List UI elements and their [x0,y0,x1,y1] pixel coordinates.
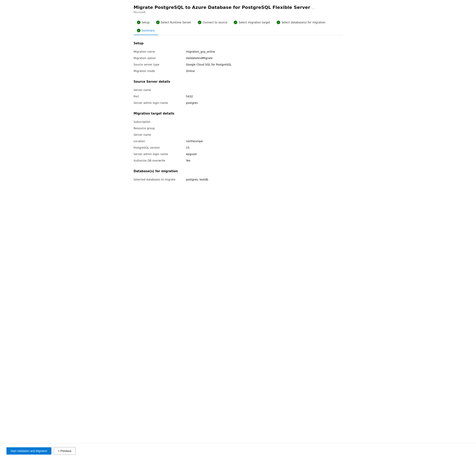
label-migration-option: Migration option [134,56,186,60]
value-migration-mode: Online [186,69,195,73]
content-area: Setup Migration name migration_gcp_onlin… [134,42,342,205]
value-authorize-overwrite: Yes [186,159,190,162]
target-heading: Migration target details [134,112,342,115]
value-selected-databases: postgres, testdb [186,178,208,181]
source-heading: Source Server details [134,80,342,84]
label-port: Port [134,95,186,98]
field-migration-name: Migration name migration_gcp_online [134,48,342,55]
label-source-admin-login: Server admin login name [134,101,186,104]
value-port: 5432 [186,95,193,98]
source-section: Source Server details Server name Port 5… [134,80,342,106]
label-source-server-type: Source server type [134,63,186,66]
page-subtitle: Microsoft [134,11,342,14]
wizard-step-databases-label: Select database(s) for migration [281,21,325,24]
value-source-server-type: Google Cloud SQL for PostgreSQL [186,63,232,66]
label-target-server-name: Server name [134,133,186,136]
check-icon-runtime [156,21,160,24]
value-migration-name: migration_gcp_online [186,50,215,53]
value-pg-version: 15 [186,146,189,149]
field-migration-option: Migration option ValidateAndMigrate [134,55,342,61]
label-location: Location [134,139,186,143]
field-selected-databases: Selected databases to migrate postgres, … [134,176,342,183]
wizard-step-summary[interactable]: Summary [134,27,158,35]
wizard-step-source[interactable]: Connect to source [195,18,231,27]
value-migration-option: ValidateAndMigrate [186,56,213,60]
label-authorize-overwrite: Authorize DB overwrite [134,159,186,162]
wizard-step-setup[interactable]: Setup [134,18,153,27]
check-icon-summary [137,29,141,32]
value-target-admin-login: epguser [186,153,197,156]
check-icon-setup [137,21,141,24]
label-migration-mode: Migration mode [134,69,186,73]
wizard-step-runtime[interactable]: Select Runtime Server [153,18,195,27]
label-selected-databases: Selected databases to migrate [134,178,186,181]
check-icon-target [234,21,237,24]
page-title: Migrate PostgreSQL to Azure Database for… [134,5,310,10]
field-resource-group: Resource group [134,125,342,131]
wizard-step-target[interactable]: Select migration target [230,18,273,27]
label-subscription: Subscription [134,120,186,123]
value-source-admin-login: postgres [186,101,198,104]
check-icon-databases [277,21,280,24]
field-source-server-name: Server name [134,87,342,93]
wizard-step-runtime-label: Select Runtime Server [161,21,191,24]
databases-heading: Database(s) for migration [134,169,342,173]
check-icon-source [198,21,201,24]
label-resource-group: Resource group [134,127,186,130]
target-section: Migration target details Subscription Re… [134,112,342,164]
field-port: Port 5432 [134,93,342,100]
wizard-step-target-label: Select migration target [238,21,270,24]
start-validation-button[interactable]: Start Validation and Migration [7,447,51,455]
wizard-step-summary-label: Summary [142,29,155,32]
more-options-icon[interactable]: ... [312,6,315,10]
field-source-admin-login: Server admin login name postgres [134,100,342,106]
label-pg-version: PostgreSQL version [134,146,186,149]
previous-button[interactable]: < Previous [54,447,76,455]
field-target-server-name: Server name [134,131,342,138]
databases-section: Database(s) for migration Selected datab… [134,169,342,183]
bottom-bar: Start Validation and Migration < Previou… [0,444,476,458]
label-migration-name: Migration name [134,50,186,53]
field-pg-version: PostgreSQL version 15 [134,144,342,151]
field-subscription: Subscription [134,119,342,125]
field-source-server-type: Source server type Google Cloud SQL for … [134,61,342,68]
label-source-server-name: Server name [134,88,186,92]
setup-section: Setup Migration name migration_gcp_onlin… [134,42,342,74]
field-location: Location northeurope [134,138,342,144]
wizard-step-source-label: Connect to source [203,21,227,24]
field-target-admin-login: Server admin login name epguser [134,151,342,157]
wizard-step-setup-label: Setup [142,21,150,24]
field-migration-mode: Migration mode Online [134,68,342,74]
wizard-step-databases[interactable]: Select database(s) for migration [273,18,329,27]
wizard-nav: Setup Select Runtime Server Connect to s… [134,18,342,35]
field-authorize-overwrite: Authorize DB overwrite Yes [134,157,342,164]
value-location: northeurope [186,139,203,143]
setup-heading: Setup [134,42,342,45]
label-target-admin-login: Server admin login name [134,153,186,156]
